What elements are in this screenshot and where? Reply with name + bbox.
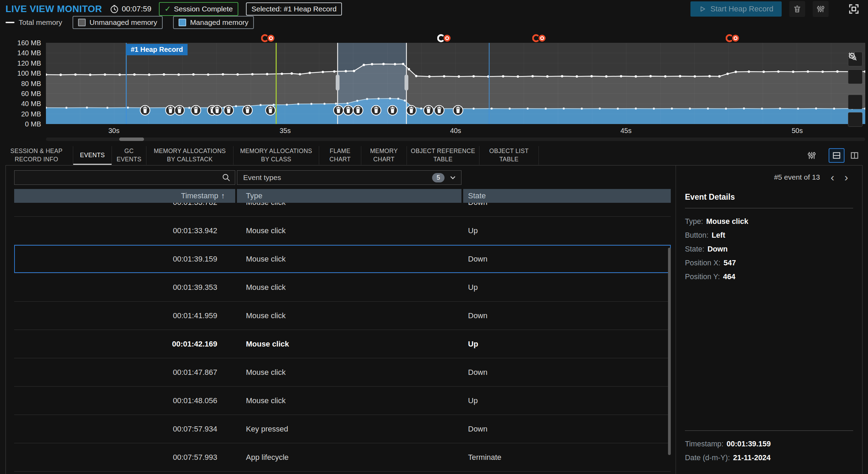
event-types-dropdown[interactable]: Event types 5 xyxy=(237,170,461,185)
table-row[interactable]: 00:01:33.942Mouse clickUp xyxy=(14,217,671,245)
legend-toggle-unmanaged[interactable]: Unmanaged memory xyxy=(73,16,163,29)
events-vertical-scrollbar[interactable] xyxy=(668,248,671,455)
detail-footer-fields: Timestamp:00:01:39.159Date (d-m-Y):21-11… xyxy=(685,437,853,465)
settings-sliders-button[interactable] xyxy=(813,1,829,17)
detail-field-label: Position Y: xyxy=(685,273,720,281)
tab-memory-chart[interactable]: MEMORY CHART xyxy=(361,146,407,165)
detail-field: Type:Mouse click xyxy=(685,215,853,228)
y-axis-label: 160 MB xyxy=(17,39,41,47)
table-row[interactable]: 00:01:39.353Mouse clickUp xyxy=(14,273,671,302)
app-lifecycle-marker-selected[interactable] xyxy=(437,34,451,43)
detail-field-label: State: xyxy=(685,245,704,253)
column-header-state[interactable]: State xyxy=(463,189,671,203)
chart-plot-area[interactable]: #1 Heap Record xyxy=(46,43,865,124)
search-input[interactable] xyxy=(19,173,222,182)
detail-field: Timestamp:00:01:39.159 xyxy=(685,437,853,451)
cell-type: Mouse click xyxy=(237,255,461,264)
tab-bar-spacer xyxy=(539,146,804,165)
column-header-type[interactable]: Type xyxy=(237,189,461,203)
cell-timestamp: 00:01:48.056 xyxy=(14,396,235,405)
x-axis-label: 50s xyxy=(792,127,803,135)
sort-ascending-icon: ↑ xyxy=(221,191,225,200)
gc-event-marker xyxy=(243,105,252,115)
table-row[interactable]: 00:01:48.056Mouse clickUp xyxy=(14,387,671,415)
table-row[interactable]: 00:01:42.169Mouse clickUp xyxy=(14,330,671,358)
y-axis-label: 40 MB xyxy=(21,100,41,108)
tab-object-list-table[interactable]: OBJECT LIST TABLE xyxy=(479,146,539,165)
table-row[interactable]: 00:07:57.993App lifecycleTerminate xyxy=(14,443,671,472)
legend-toggle-managed[interactable]: Managed memory xyxy=(173,16,254,29)
gc-event-marker xyxy=(334,105,343,115)
chart-y-axis: 160 MB140 MB120 MB100 MB80 MB60 MB40 MB2… xyxy=(0,43,46,124)
detail-field-value: 21-11-2024 xyxy=(733,454,771,462)
zoom-selection-button[interactable] xyxy=(848,95,862,109)
chart-zoom-toolbar xyxy=(848,52,862,127)
sliders-icon xyxy=(816,4,825,13)
gc-event-marker xyxy=(353,105,363,115)
y-axis-label: 60 MB xyxy=(21,89,41,97)
app-lifecycle-marker[interactable] xyxy=(261,34,275,43)
gc-event-marker xyxy=(435,105,444,115)
table-row[interactable]: 00:07:57.934Key pressedDown xyxy=(14,415,671,443)
play-icon xyxy=(699,5,706,13)
table-row[interactable]: 00:01:33.782Mouse clickDown xyxy=(14,203,671,217)
next-event-button[interactable]: › xyxy=(839,170,853,184)
event-types-label: Event types xyxy=(243,173,281,182)
legend-total-label: Total memory xyxy=(19,18,62,27)
gc-event-marker xyxy=(140,105,150,115)
detail-fields: Type:Mouse clickButton:LeftState:DownPos… xyxy=(685,215,853,284)
detail-field: Date (d-m-Y):21-11-2024 xyxy=(685,451,853,465)
gc-event-marker xyxy=(175,105,184,115)
heap-record-flag[interactable]: #1 Heap Record xyxy=(126,44,187,55)
events-panel: Event types 5 Timestamp ↑ Type State 00: xyxy=(6,165,862,474)
table-row[interactable]: 00:01:39.159Mouse clickDown xyxy=(14,245,671,273)
table-row[interactable]: 00:01:41.959Mouse clickDown xyxy=(14,302,671,330)
tab-gc-events[interactable]: GC EVENTS xyxy=(112,146,146,165)
cell-timestamp: 00:01:39.159 xyxy=(14,255,235,264)
events-rows: 00:01:33.782Mouse clickDown00:01:33.942M… xyxy=(14,203,671,472)
column-header-timestamp[interactable]: Timestamp ↑ xyxy=(14,189,235,203)
detail-field-label: Button: xyxy=(685,231,708,239)
tab-memory-allocations-by-callstack[interactable]: MEMORY ALLOCATIONS BY CALLSTACK xyxy=(146,146,233,165)
cell-type: App lifecycle xyxy=(237,453,461,462)
y-axis-label: 120 MB xyxy=(17,59,41,67)
start-heap-record-label: Start Heap Record xyxy=(710,4,773,13)
cell-state: Up xyxy=(463,283,671,292)
session-timer-value: 00:07:59 xyxy=(122,4,152,13)
cell-timestamp: 00:07:57.993 xyxy=(14,453,235,462)
tab-events[interactable]: EVENTS xyxy=(73,146,112,165)
details-footer: Timestamp:00:01:39.159Date (d-m-Y):21-11… xyxy=(685,424,853,465)
scrollbar-thumb[interactable] xyxy=(119,138,144,141)
start-heap-record-button[interactable]: Start Heap Record xyxy=(690,1,782,17)
cell-timestamp: 00:01:39.353 xyxy=(14,283,235,292)
split-vertical-button[interactable] xyxy=(847,148,862,163)
tab-memory-allocations-by-class[interactable]: MEMORY ALLOCATIONS BY CLASS xyxy=(233,146,319,165)
split-horizontal-button[interactable] xyxy=(829,148,845,163)
detail-field-value: Mouse click xyxy=(706,217,748,226)
chart-horizontal-scrollbar[interactable] xyxy=(46,137,865,141)
selected-record-badge: Selected: #1 Heap Record xyxy=(246,2,342,16)
tab-flame-chart[interactable]: FLAME CHART xyxy=(319,146,361,165)
cell-type: Mouse click xyxy=(237,283,461,292)
table-filter-button[interactable] xyxy=(804,148,820,163)
table-row[interactable]: 00:01:47.867Mouse clickDown xyxy=(14,358,671,387)
previous-event-button[interactable]: ‹ xyxy=(826,170,839,184)
fullscreen-button[interactable] xyxy=(845,0,862,18)
cell-state: Down xyxy=(463,311,671,320)
zoom-in-button[interactable] xyxy=(848,69,862,84)
events-table-header: Timestamp ↑ Type State xyxy=(14,189,671,203)
clear-session-button[interactable] xyxy=(789,1,805,17)
app-lifecycle-marker[interactable] xyxy=(532,34,546,43)
check-icon: ✓ xyxy=(164,4,171,13)
gc-event-marker xyxy=(191,105,201,115)
tab-session-heap-record-info[interactable]: SESSION & HEAP RECORD INFO xyxy=(0,146,73,165)
gc-event-marker xyxy=(166,105,175,115)
cell-state: Down xyxy=(463,425,671,434)
app-lifecycle-marker[interactable] xyxy=(726,34,740,43)
cell-state: Up xyxy=(463,396,671,405)
selection-handle xyxy=(404,75,408,91)
tab-object-reference-table[interactable]: OBJECT REFERENCE TABLE xyxy=(407,146,479,165)
sliders-icon xyxy=(807,151,817,160)
events-search-box[interactable] xyxy=(14,170,235,185)
app-lifecycle-marker-row xyxy=(46,29,865,43)
